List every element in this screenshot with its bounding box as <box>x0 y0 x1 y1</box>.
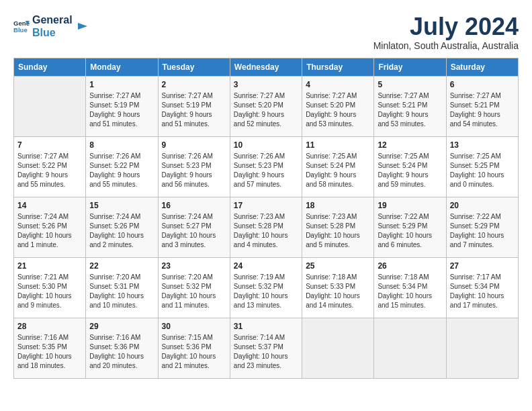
logo: General Blue General Blue <box>13 13 87 39</box>
day-info: Sunrise: 7:27 AM Sunset: 5:21 PM Dayligh… <box>450 91 515 129</box>
calendar-cell: 18Sunrise: 7:23 AM Sunset: 5:28 PM Dayli… <box>302 197 374 257</box>
day-info: Sunrise: 7:27 AM Sunset: 5:21 PM Dayligh… <box>378 91 442 129</box>
logo-icon: General Blue <box>13 18 30 34</box>
day-info: Sunrise: 7:25 AM Sunset: 5:24 PM Dayligh… <box>306 152 370 189</box>
logo-arrow-icon <box>75 20 87 32</box>
location-subtitle: Minlaton, South Australia, Australia <box>373 40 519 51</box>
day-number: 20 <box>450 200 515 212</box>
svg-text:Blue: Blue <box>13 26 28 34</box>
day-info: Sunrise: 7:27 AM Sunset: 5:22 PM Dayligh… <box>17 152 82 189</box>
day-number: 7 <box>17 140 82 151</box>
header-wednesday: Wednesday <box>230 58 302 76</box>
calendar-cell: 14Sunrise: 7:24 AM Sunset: 5:26 PM Dayli… <box>14 197 86 257</box>
day-info: Sunrise: 7:27 AM Sunset: 5:20 PM Dayligh… <box>306 91 370 129</box>
day-info: Sunrise: 7:19 AM Sunset: 5:32 PM Dayligh… <box>234 273 298 310</box>
day-info: Sunrise: 7:25 AM Sunset: 5:25 PM Dayligh… <box>450 152 515 189</box>
day-number: 25 <box>306 261 370 272</box>
calendar-cell: 13Sunrise: 7:25 AM Sunset: 5:25 PM Dayli… <box>446 136 518 197</box>
calendar-cell: 8Sunrise: 7:26 AM Sunset: 5:22 PM Daylig… <box>86 136 158 197</box>
calendar-cell: 2Sunrise: 7:27 AM Sunset: 5:19 PM Daylig… <box>158 76 230 136</box>
calendar-cell: 20Sunrise: 7:22 AM Sunset: 5:29 PM Dayli… <box>446 197 518 257</box>
day-number: 12 <box>378 140 442 151</box>
header-row: SundayMondayTuesdayWednesdayThursdayFrid… <box>14 58 519 76</box>
header-friday: Friday <box>374 58 446 76</box>
calendar-cell: 6Sunrise: 7:27 AM Sunset: 5:21 PM Daylig… <box>446 76 518 136</box>
day-info: Sunrise: 7:26 AM Sunset: 5:23 PM Dayligh… <box>162 152 226 189</box>
day-number: 17 <box>234 200 298 212</box>
day-number: 15 <box>89 200 154 212</box>
calendar-cell: 24Sunrise: 7:19 AM Sunset: 5:32 PM Dayli… <box>230 257 302 318</box>
calendar-cell: 25Sunrise: 7:18 AM Sunset: 5:33 PM Dayli… <box>302 257 374 318</box>
day-number: 24 <box>234 261 298 272</box>
day-info: Sunrise: 7:26 AM Sunset: 5:22 PM Dayligh… <box>89 152 154 189</box>
day-number: 6 <box>450 79 515 91</box>
calendar-cell: 1Sunrise: 7:27 AM Sunset: 5:19 PM Daylig… <box>86 76 158 136</box>
header-monday: Monday <box>86 58 158 76</box>
day-info: Sunrise: 7:20 AM Sunset: 5:32 PM Dayligh… <box>162 273 226 310</box>
day-number: 21 <box>17 261 82 272</box>
day-info: Sunrise: 7:26 AM Sunset: 5:23 PM Dayligh… <box>234 152 298 189</box>
calendar-table: SundayMondayTuesdayWednesdayThursdayFrid… <box>13 58 519 379</box>
calendar-cell <box>446 318 518 378</box>
calendar-cell: 28Sunrise: 7:16 AM Sunset: 5:35 PM Dayli… <box>14 318 86 378</box>
day-info: Sunrise: 7:16 AM Sunset: 5:36 PM Dayligh… <box>89 333 154 371</box>
calendar-cell <box>14 76 86 136</box>
title-block: July 2024 Minlaton, South Australia, Aus… <box>373 13 519 51</box>
calendar-cell: 16Sunrise: 7:24 AM Sunset: 5:27 PM Dayli… <box>158 197 230 257</box>
day-info: Sunrise: 7:20 AM Sunset: 5:31 PM Dayligh… <box>89 273 154 310</box>
day-number: 8 <box>89 140 154 151</box>
calendar-cell: 15Sunrise: 7:24 AM Sunset: 5:26 PM Dayli… <box>86 197 158 257</box>
page-header: General Blue General Blue July 2024 Minl… <box>13 13 519 51</box>
calendar-cell: 5Sunrise: 7:27 AM Sunset: 5:21 PM Daylig… <box>374 76 446 136</box>
logo-general: General <box>32 13 73 26</box>
day-number: 1 <box>89 79 154 91</box>
day-info: Sunrise: 7:14 AM Sunset: 5:37 PM Dayligh… <box>234 333 298 371</box>
header-sunday: Sunday <box>14 58 86 76</box>
calendar-cell: 22Sunrise: 7:20 AM Sunset: 5:31 PM Dayli… <box>86 257 158 318</box>
day-info: Sunrise: 7:27 AM Sunset: 5:19 PM Dayligh… <box>162 91 226 129</box>
calendar-cell: 29Sunrise: 7:16 AM Sunset: 5:36 PM Dayli… <box>86 318 158 378</box>
calendar-cell: 19Sunrise: 7:22 AM Sunset: 5:29 PM Dayli… <box>374 197 446 257</box>
calendar-cell: 3Sunrise: 7:27 AM Sunset: 5:20 PM Daylig… <box>230 76 302 136</box>
week-row-1: 1Sunrise: 7:27 AM Sunset: 5:19 PM Daylig… <box>14 76 519 136</box>
day-number: 3 <box>234 79 298 91</box>
day-info: Sunrise: 7:23 AM Sunset: 5:28 PM Dayligh… <box>306 212 370 250</box>
day-number: 11 <box>306 140 370 151</box>
calendar-cell: 12Sunrise: 7:25 AM Sunset: 5:24 PM Dayli… <box>374 136 446 197</box>
day-info: Sunrise: 7:18 AM Sunset: 5:33 PM Dayligh… <box>306 273 370 310</box>
day-number: 18 <box>306 200 370 212</box>
week-row-4: 21Sunrise: 7:21 AM Sunset: 5:30 PM Dayli… <box>14 257 519 318</box>
calendar-cell: 10Sunrise: 7:26 AM Sunset: 5:23 PM Dayli… <box>230 136 302 197</box>
day-number: 5 <box>378 79 442 91</box>
day-info: Sunrise: 7:15 AM Sunset: 5:36 PM Dayligh… <box>162 333 226 371</box>
week-row-2: 7Sunrise: 7:27 AM Sunset: 5:22 PM Daylig… <box>14 136 519 197</box>
day-info: Sunrise: 7:27 AM Sunset: 5:19 PM Dayligh… <box>89 91 154 129</box>
logo-blue: Blue <box>32 26 73 39</box>
day-info: Sunrise: 7:23 AM Sunset: 5:28 PM Dayligh… <box>234 212 298 250</box>
day-info: Sunrise: 7:22 AM Sunset: 5:29 PM Dayligh… <box>450 212 515 250</box>
month-title: July 2024 <box>373 13 519 40</box>
day-number: 16 <box>162 200 226 212</box>
calendar-cell <box>374 318 446 378</box>
calendar-cell: 4Sunrise: 7:27 AM Sunset: 5:20 PM Daylig… <box>302 76 374 136</box>
day-info: Sunrise: 7:24 AM Sunset: 5:26 PM Dayligh… <box>17 212 82 250</box>
day-info: Sunrise: 7:27 AM Sunset: 5:20 PM Dayligh… <box>234 91 298 129</box>
calendar-cell: 30Sunrise: 7:15 AM Sunset: 5:36 PM Dayli… <box>158 318 230 378</box>
svg-marker-3 <box>78 23 87 30</box>
calendar-cell: 31Sunrise: 7:14 AM Sunset: 5:37 PM Dayli… <box>230 318 302 378</box>
calendar-cell: 9Sunrise: 7:26 AM Sunset: 5:23 PM Daylig… <box>158 136 230 197</box>
day-number: 14 <box>17 200 82 212</box>
day-number: 22 <box>89 261 154 272</box>
day-number: 31 <box>234 321 298 332</box>
calendar-cell: 7Sunrise: 7:27 AM Sunset: 5:22 PM Daylig… <box>14 136 86 197</box>
day-number: 30 <box>162 321 226 332</box>
header-tuesday: Tuesday <box>158 58 230 76</box>
day-info: Sunrise: 7:17 AM Sunset: 5:34 PM Dayligh… <box>450 273 515 310</box>
day-number: 4 <box>306 79 370 91</box>
day-number: 28 <box>17 321 82 332</box>
week-row-5: 28Sunrise: 7:16 AM Sunset: 5:35 PM Dayli… <box>14 318 519 378</box>
day-number: 27 <box>450 261 515 272</box>
day-number: 9 <box>162 140 226 151</box>
calendar-cell: 17Sunrise: 7:23 AM Sunset: 5:28 PM Dayli… <box>230 197 302 257</box>
week-row-3: 14Sunrise: 7:24 AM Sunset: 5:26 PM Dayli… <box>14 197 519 257</box>
